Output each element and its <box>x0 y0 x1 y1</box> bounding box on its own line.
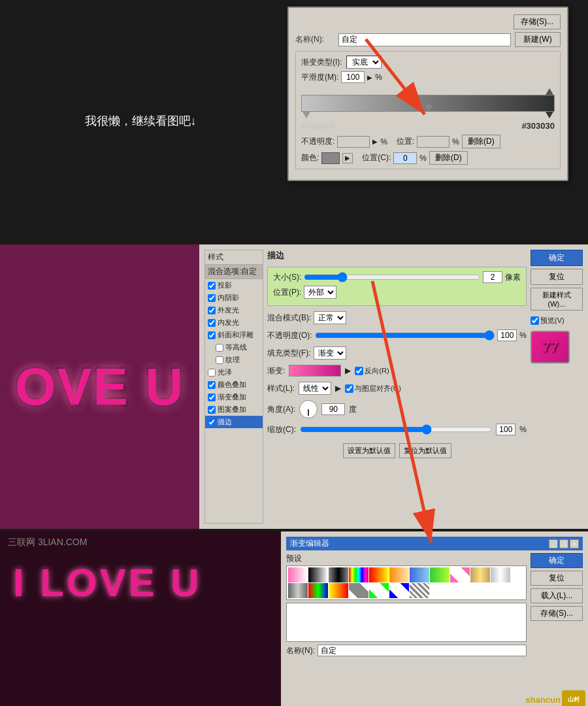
gradient-bar[interactable] <box>301 95 555 112</box>
gradient-type-select[interactable]: 实底 <box>346 56 382 69</box>
preset-8[interactable] <box>430 567 449 582</box>
smooth-input[interactable] <box>341 71 365 83</box>
reverse-label[interactable]: 反向(R) <box>355 366 389 376</box>
loc-input[interactable] <box>417 136 449 148</box>
style-select[interactable]: 线性 <box>299 382 331 395</box>
scale-num[interactable] <box>496 424 515 435</box>
preset-18[interactable] <box>410 583 429 598</box>
fill-type-select[interactable]: 渐变颜色图案 <box>314 346 346 360</box>
style-item-5[interactable]: 等高线 <box>205 341 263 354</box>
cb-pattern-overlay[interactable] <box>208 406 216 414</box>
gradient-stop-bottom-right[interactable] <box>546 112 553 118</box>
reset-default-btn[interactable]: 复位为默认值 <box>399 443 451 458</box>
size-num[interactable] <box>483 271 502 283</box>
color-row: 颜色: ▶ 位置(C): % 删除(D) <box>301 151 555 165</box>
delete-btn-2[interactable]: 删除(D) <box>429 151 468 165</box>
gradient-stop-top-right[interactable] <box>546 88 553 95</box>
style-item-stroke[interactable]: 描边 <box>205 416 263 428</box>
style-item-9[interactable]: 渐变叠加 <box>205 391 263 403</box>
ge-cancel-btn[interactable]: 复位 <box>531 571 583 586</box>
style-item-10[interactable]: 图案叠加 <box>205 403 263 416</box>
cb-color-overlay[interactable] <box>208 381 216 389</box>
opacity-spin[interactable]: ▶ <box>372 138 378 145</box>
preset-1[interactable] <box>288 567 308 582</box>
ge-presets-container[interactable] <box>286 565 527 600</box>
style-item-6[interactable]: 纹理 <box>205 354 263 366</box>
cb-outer-glow[interactable] <box>208 307 216 314</box>
spin-btn[interactable]: ▶ <box>367 74 372 81</box>
ge-save-btn[interactable]: 存储(S)... <box>531 606 583 621</box>
pos-select[interactable]: 外部内部居中 <box>304 286 336 299</box>
cb-inner-glow[interactable] <box>208 319 216 327</box>
restore-btn[interactable]: □ <box>559 539 568 548</box>
cb-inner-shadow[interactable] <box>208 294 216 302</box>
blend-select[interactable]: 正常 <box>314 311 346 324</box>
name-input[interactable] <box>338 33 511 46</box>
preset-16[interactable] <box>369 583 389 598</box>
scale-slider[interactable] <box>300 424 492 435</box>
style-item-3[interactable]: 内发光 <box>205 316 263 329</box>
style-item-0[interactable]: 投影 <box>205 279 263 292</box>
cb-contour[interactable] <box>216 344 223 352</box>
gradient-mini-swatch[interactable] <box>289 365 341 377</box>
ok-btn[interactable]: 确定 <box>531 250 583 266</box>
save-button-top[interactable]: 存储(S)... <box>514 14 561 29</box>
cb-satin[interactable] <box>208 369 216 377</box>
gradient-arrow[interactable]: ▶ <box>345 366 351 375</box>
angle-input[interactable] <box>321 403 345 415</box>
style-item-8[interactable]: 颜色叠加 <box>205 378 263 391</box>
cb-texture[interactable] <box>216 356 223 364</box>
align-cb[interactable] <box>345 384 353 393</box>
preset-11[interactable] <box>491 567 510 582</box>
delete-btn-1[interactable]: 删除(D) <box>462 135 500 148</box>
gradient-midpoint[interactable] <box>425 103 433 110</box>
style-arrow[interactable]: ▶ <box>335 384 341 393</box>
angle-dial[interactable] <box>299 400 318 418</box>
gradient-stop-bottom-left[interactable] <box>302 112 310 118</box>
close-btn[interactable]: × <box>570 539 579 548</box>
preview-cb[interactable] <box>531 316 539 325</box>
cb-bevel[interactable] <box>208 331 216 339</box>
style-item-2[interactable]: 外发光 <box>205 304 263 316</box>
preset-17[interactable] <box>389 583 409 598</box>
cb-drop-shadow[interactable] <box>208 282 216 290</box>
smooth-unit: % <box>375 73 382 82</box>
opacity-input[interactable] <box>337 136 370 148</box>
preview-label[interactable]: 预览(V) <box>531 316 583 326</box>
ge-load-btn[interactable]: 载入(L)... <box>531 588 583 603</box>
preset-3[interactable] <box>329 567 348 582</box>
cancel-btn[interactable]: 复位 <box>531 269 583 285</box>
opacity-stroke-slider[interactable] <box>315 330 495 341</box>
minimize-btn[interactable]: _ <box>549 539 558 548</box>
preset-7[interactable] <box>410 567 429 582</box>
reverse-cb[interactable] <box>355 367 363 375</box>
loc2-input[interactable] <box>393 152 417 164</box>
preset-13[interactable] <box>308 583 328 598</box>
preset-10[interactable] <box>470 567 490 582</box>
preset-4[interactable] <box>349 567 368 582</box>
cb-gradient-overlay[interactable] <box>208 394 216 401</box>
size-slider[interactable] <box>304 272 480 282</box>
align-label[interactable]: 与图层对齐(G) <box>345 384 401 394</box>
cb-stroke[interactable] <box>208 418 216 426</box>
style-item-1[interactable]: 内阴影 <box>205 292 263 304</box>
preset-15[interactable] <box>349 583 368 598</box>
color-swatch[interactable] <box>321 152 340 164</box>
preset-12[interactable] <box>288 583 308 598</box>
preset-5[interactable] <box>369 567 389 582</box>
new-style-btn[interactable]: 新建样式(W)... <box>531 288 583 311</box>
style-item-4[interactable]: 斜面和浮雕 <box>205 329 263 341</box>
preset-9[interactable] <box>450 567 470 582</box>
color-arrow-btn[interactable]: ▶ <box>342 153 353 163</box>
preset-6[interactable] <box>389 567 409 582</box>
loc-unit: % <box>452 137 459 146</box>
set-default-btn[interactable]: 设置为默认值 <box>343 443 395 458</box>
opacity-stroke-num[interactable] <box>497 329 517 341</box>
ge-ok-btn[interactable]: 确定 <box>531 553 583 568</box>
ge-name-input[interactable] <box>318 645 527 656</box>
blend-option[interactable]: 混合选项:自定 <box>205 265 263 279</box>
new-button[interactable]: 新建(W) <box>515 32 561 47</box>
preset-2[interactable] <box>308 567 328 582</box>
style-item-7[interactable]: 光泽 <box>205 366 263 378</box>
preset-14[interactable] <box>329 583 348 598</box>
